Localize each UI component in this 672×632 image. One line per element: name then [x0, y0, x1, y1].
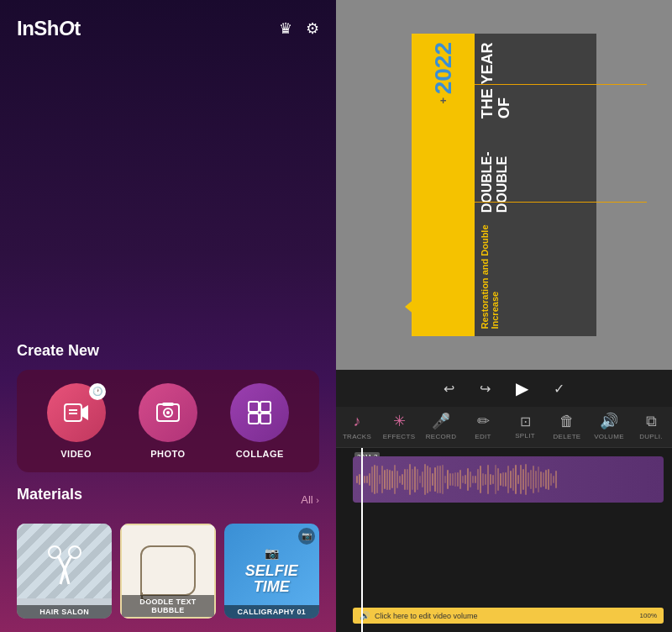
video-preview: 2022 + THE YEAR OF DOUBLE-DOUBLE Restora… [336, 0, 672, 370]
upload-badge: 📷 [298, 528, 315, 545]
materials-title: Materials [17, 486, 82, 503]
tracks-tool[interactable]: ♪ TRACKS [340, 413, 374, 440]
chevron-right-icon: › [316, 495, 319, 505]
record-label: RECORD [426, 433, 456, 440]
svg-rect-9 [249, 413, 259, 424]
h-line-top [475, 84, 647, 85]
materials-header: Materials All › [17, 486, 319, 514]
doodle-bubble-icon [140, 545, 196, 596]
split-label: SPLIT [515, 432, 535, 440]
scissors-icon [48, 535, 81, 586]
doodle-label: DOODLE TEXT BUBBLE [122, 595, 213, 617]
poster-year-plus: + [437, 97, 449, 104]
video-icon [64, 402, 89, 424]
create-collage-button[interactable]: COLLAGE [230, 383, 289, 459]
photo-label: PHOTO [150, 449, 185, 459]
split-tool[interactable]: ⊡ SPLIT [508, 413, 542, 440]
volume-hint[interactable]: 🔊 Click here to edit video volume 100% [353, 608, 664, 624]
video-label: VIDEO [60, 449, 92, 459]
material-calligraphy[interactable]: 📷 📷 SELFIETIME CALLIGRAPHY 01 [224, 524, 319, 619]
timeline-clip[interactable] [353, 456, 664, 503]
video-content: 2022 + THE YEAR OF DOUBLE-DOUBLE Restora… [336, 0, 672, 370]
selfie-text: SELFIETIME [245, 563, 298, 597]
create-new-section: Create New 🕐 VIDEO [0, 342, 336, 486]
svg-line-13 [58, 556, 65, 569]
create-new-title: Create New [17, 342, 319, 360]
record-tool[interactable]: 🎤 RECORD [424, 412, 458, 440]
top-icons: ♛ ⚙ [279, 19, 319, 38]
delete-label: DELETE [554, 433, 581, 440]
volume-tool[interactable]: 🔊 VOLUME [592, 412, 626, 440]
left-panel: InShOt ♛ ⚙ Create New 🕐 [0, 0, 336, 632]
edit-label: EDIT [475, 433, 491, 440]
create-buttons-container: 🕐 VIDEO PHOTO [17, 370, 319, 472]
all-materials-link[interactable]: All › [301, 493, 319, 506]
poster-line2: DOUBLE-DOUBLE [480, 122, 591, 213]
svg-line-16 [65, 569, 69, 584]
poster-arrow [405, 298, 415, 315]
poster-dark-col: THE YEAR OF DOUBLE-DOUBLE Restoration an… [475, 34, 596, 336]
calligraphy-thumb: 📷 📷 SELFIETIME CALLIGRAPHY 01 [224, 524, 319, 619]
video-circle: 🕐 [47, 383, 106, 442]
delete-tool[interactable]: 🗑 DELETE [550, 413, 584, 440]
undo-button[interactable]: ↩ [444, 381, 454, 397]
preview-bg: 2022 + THE YEAR OF DOUBLE-DOUBLE Restora… [336, 0, 672, 370]
tracks-icon: ♪ [354, 413, 361, 430]
volume-percent: 100% [640, 612, 657, 619]
duplicate-icon: ⧉ [646, 413, 657, 430]
doodle-thumb: DOODLE TEXT BUBBLE [120, 524, 215, 619]
poster-year: 2022 [432, 42, 455, 94]
collage-icon [248, 401, 271, 424]
play-button[interactable]: ▶ [516, 378, 528, 398]
edit-tool[interactable]: ✏ EDIT [466, 412, 500, 440]
redo-button[interactable]: ↪ [480, 381, 491, 397]
duplicate-label: DUPLI. [639, 433, 663, 440]
create-video-button[interactable]: 🕐 VIDEO [47, 383, 106, 459]
material-doodle-text-bubble[interactable]: DOODLE TEXT BUBBLE [120, 524, 215, 619]
timeline-area: 2011.2 🔊 Click here to edit video volume… [336, 448, 672, 632]
effects-icon: ✳ [393, 412, 406, 430]
volume-hint-text: Click here to edit video volume [375, 612, 478, 620]
right-panel: 2022 + THE YEAR OF DOUBLE-DOUBLE Restora… [336, 0, 672, 632]
poster-line1: THE YEAR OF [480, 40, 591, 118]
timeline-track: 2011.2 🔊 Click here to edit video volume… [336, 448, 672, 632]
materials-section: Materials All › [0, 486, 336, 632]
video-badge: 🕐 [89, 383, 106, 400]
crown-icon[interactable]: ♛ [279, 19, 292, 38]
effects-tool[interactable]: ✳ EFFECTS [382, 412, 416, 440]
check-button[interactable]: ✓ [554, 381, 564, 397]
svg-rect-6 [162, 403, 174, 406]
tracks-label: TRACKS [343, 433, 371, 440]
poster: 2022 + THE YEAR OF DOUBLE-DOUBLE Restora… [412, 34, 596, 336]
duplicate-tool[interactable]: ⧉ DUPLI. [634, 413, 668, 440]
middle-space [0, 49, 336, 342]
hair-salon-thumb: HAIR SALON [17, 524, 112, 619]
svg-rect-10 [260, 413, 270, 424]
photo-icon [155, 401, 181, 424]
svg-rect-7 [249, 402, 259, 412]
create-photo-button[interactable]: PHOTO [139, 383, 197, 459]
photo-circle [139, 383, 197, 442]
h-line-mid [475, 202, 647, 203]
split-icon: ⊡ [520, 413, 531, 429]
app-logo: InShOt [17, 17, 81, 40]
material-hair-salon[interactable]: HAIR SALON [17, 524, 112, 619]
calligraphy-label: CALLIGRAPHY 01 [224, 605, 319, 619]
settings-icon[interactable]: ⚙ [306, 19, 319, 38]
materials-grid: HAIR SALON DOODLE TEXT BUBBLE 📷 📷 SELFIE… [17, 524, 319, 619]
svg-rect-8 [260, 402, 270, 412]
record-icon: 🎤 [432, 412, 450, 430]
collage-label: COLLAGE [236, 449, 284, 459]
selfie-camera-icon: 📷 [265, 546, 279, 560]
hair-salon-label: HAIR SALON [17, 605, 112, 619]
svg-line-14 [65, 556, 71, 569]
playhead [361, 448, 363, 632]
collage-circle [230, 383, 289, 442]
controls-bar: ↩ ↪ ▶ ✓ [336, 370, 672, 407]
edit-icon: ✏ [477, 412, 490, 430]
hair-stripes [17, 524, 112, 598]
poster-yellow-col: 2022 + [412, 34, 475, 336]
volume-icon: 🔊 [600, 412, 618, 430]
tool-bar: ♪ TRACKS ✳ EFFECTS 🎤 RECORD ✏ EDIT ⊡ SPL… [336, 407, 672, 448]
poster-line3: Restoration and Double Increase [480, 218, 591, 329]
